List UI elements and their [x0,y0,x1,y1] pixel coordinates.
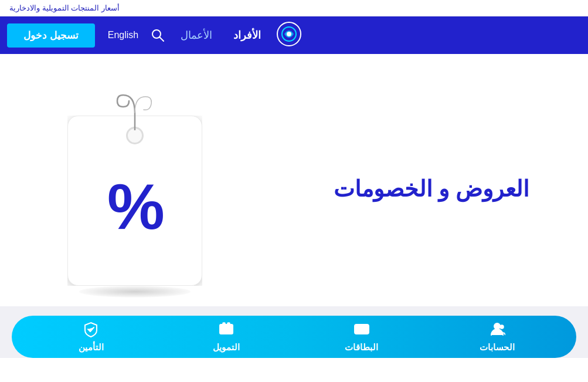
price-tag: % [67,116,202,286]
accounts-label: الحسابات [480,342,515,353]
hero-section: العروض و الخصومات % [0,54,588,306]
navbar: الأفراد الأعمال English تسجيل دخول [0,16,588,54]
search-icon [151,29,164,42]
svg-point-2 [287,32,291,36]
nav-item-cards[interactable]: البطاقات [294,321,430,353]
nav-item-insurance[interactable]: التأمين [23,321,159,353]
svg-line-4 [160,38,164,42]
svg-point-6 [500,325,504,329]
svg-rect-10 [220,324,233,334]
nav-aemal[interactable]: الأعمال [170,29,223,42]
tag-shadow [79,286,191,298]
hero-title: العروض و الخصومات [246,176,553,202]
finance-icon [218,321,234,340]
accounts-icon [489,321,505,340]
logo-icon [276,21,302,47]
percent-symbol: % [107,174,162,239]
logo[interactable] [276,21,302,49]
insurance-icon [83,321,99,340]
svg-rect-8 [355,327,369,330]
cards-label: البطاقات [345,342,378,353]
login-button[interactable]: تسجيل دخول [7,23,95,48]
finance-label: التمويل [213,342,240,353]
cards-icon [354,321,370,340]
top-bar: أسعار المنتجات التمويلية والادخارية [0,0,588,16]
tag-string [111,92,158,130]
language-button[interactable]: English [101,30,145,40]
svg-rect-12 [227,323,230,326]
svg-rect-11 [223,323,225,326]
bottom-nav-wrapper: الحسابات البطاقات [0,306,588,358]
nav-links: الأفراد الأعمال [170,29,271,42]
nav-item-finance[interactable]: التمويل [159,321,294,353]
pricing-link[interactable]: أسعار المنتجات التمويلية والادخارية [9,4,120,12]
nav-item-accounts[interactable]: الحسابات [429,321,565,353]
svg-rect-9 [356,332,359,333]
hero-image: % [23,77,246,300]
nav-afrad[interactable]: الأفراد [223,29,271,42]
svg-point-5 [494,323,500,329]
price-tag-container: % [67,92,202,292]
insurance-label: التأمين [79,342,104,353]
search-button[interactable] [145,29,170,42]
bottom-nav: الحسابات البطاقات [12,316,576,358]
